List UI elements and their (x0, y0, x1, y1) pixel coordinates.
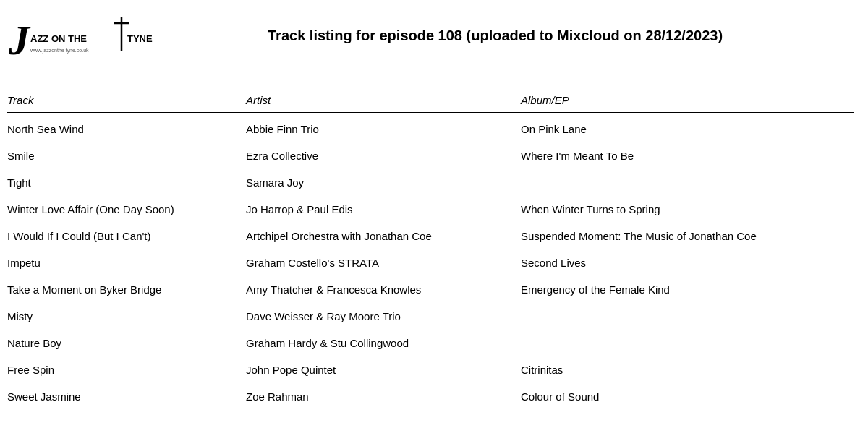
table-row: I Would If I Could (But I Can't)Artchipe… (7, 223, 854, 249)
cell-artist: John Pope Quintet (246, 356, 521, 383)
cell-artist: Jo Harrop & Paul Edis (246, 196, 521, 223)
svg-text:AZZ ON THE: AZZ ON THE (30, 33, 87, 44)
table-row: Nature BoyGraham Hardy & Stu Collingwood (7, 330, 854, 356)
table-row: Sweet JasmineZoe RahmanColour of Sound (7, 383, 854, 410)
page-title: Track listing for episode 108 (uploaded … (195, 14, 854, 44)
cell-track: Nature Boy (7, 330, 246, 356)
cell-album: Second Lives (521, 249, 854, 276)
table-row: Take a Moment on Byker BridgeAmy Thatche… (7, 276, 854, 303)
table-row: MistyDave Weisser & Ray Moore Trio (7, 303, 854, 330)
cell-album: Emergency of the Female Kind (521, 276, 854, 303)
cell-album (521, 303, 854, 330)
cell-album (521, 330, 854, 356)
cell-track: Winter Love Affair (One Day Soon) (7, 196, 246, 223)
cell-artist: Abbie Finn Trio (246, 113, 521, 143)
track-table: Track Artist Album/EP North Sea WindAbbi… (7, 90, 854, 410)
table-row: Free SpinJohn Pope QuintetCitrinitas (7, 356, 854, 383)
cell-track: Free Spin (7, 356, 246, 383)
cell-track: Smile (7, 142, 246, 169)
svg-text:J: J (8, 17, 31, 64)
cell-track: Sweet Jasmine (7, 383, 246, 410)
table-row: ImpetuGraham Costello's STRATASecond Liv… (7, 249, 854, 276)
table-header-row: Track Artist Album/EP (7, 90, 854, 113)
cell-album: Where I'm Meant To Be (521, 142, 854, 169)
cell-artist: Amy Thatcher & Francesca Knowles (246, 276, 521, 303)
cell-track: I Would If I Could (But I Can't) (7, 223, 246, 249)
cell-artist: Samara Joy (246, 169, 521, 196)
cell-artist: Dave Weisser & Ray Moore Trio (246, 303, 521, 330)
table-row: TightSamara Joy (7, 169, 854, 196)
cell-track: Misty (7, 303, 246, 330)
column-header-artist: Artist (246, 90, 521, 113)
logo-area: J AZZ ON THE TYNE www.jazzonthe tyne.co.… (7, 14, 195, 68)
cell-track: Take a Moment on Byker Bridge (7, 276, 246, 303)
cell-artist: Artchipel Orchestra with Jonathan Coe (246, 223, 521, 249)
column-header-track: Track (7, 90, 246, 113)
cell-track: Tight (7, 169, 246, 196)
logo-svg: J AZZ ON THE TYNE www.jazzonthe tyne.co.… (7, 14, 181, 65)
cell-album: Colour of Sound (521, 383, 854, 410)
cell-album: On Pink Lane (521, 113, 854, 143)
table-row: Winter Love Affair (One Day Soon)Jo Harr… (7, 196, 854, 223)
cell-album: When Winter Turns to Spring (521, 196, 854, 223)
cell-track: Impetu (7, 249, 246, 276)
svg-text:www.jazzonthe tyne.co.uk: www.jazzonthe tyne.co.uk (30, 48, 89, 54)
table-row: North Sea WindAbbie Finn TrioOn Pink Lan… (7, 113, 854, 143)
cell-track: North Sea Wind (7, 113, 246, 143)
cell-artist: Ezra Collective (246, 142, 521, 169)
svg-text:TYNE: TYNE (127, 33, 153, 44)
cell-album: Citrinitas (521, 356, 854, 383)
cell-artist: Graham Hardy & Stu Collingwood (246, 330, 521, 356)
cell-album (521, 169, 854, 196)
table-row: SmileEzra CollectiveWhere I'm Meant To B… (7, 142, 854, 169)
cell-artist: Zoe Rahman (246, 383, 521, 410)
header-area: J AZZ ON THE TYNE www.jazzonthe tyne.co.… (7, 14, 854, 68)
cell-album: Suspended Moment: The Music of Jonathan … (521, 223, 854, 249)
cell-artist: Graham Costello's STRATA (246, 249, 521, 276)
column-header-album: Album/EP (521, 90, 854, 113)
